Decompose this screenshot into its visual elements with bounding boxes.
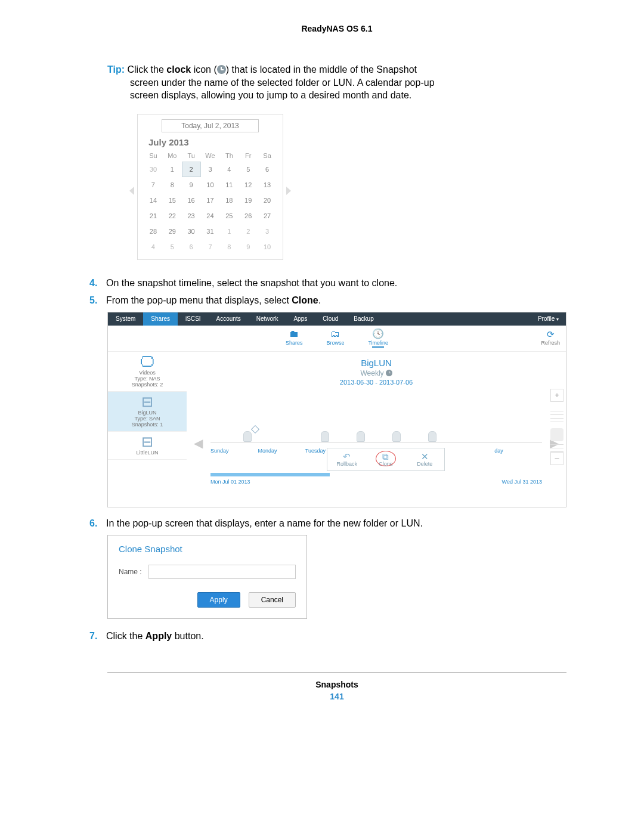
calendar-day[interactable]: 22 xyxy=(163,208,182,224)
clock-icon[interactable] xyxy=(386,370,392,376)
nav-tab-cloud[interactable]: Cloud xyxy=(315,312,346,326)
toolbar-refresh[interactable]: ⟳ Refresh xyxy=(541,329,560,346)
calendar-day[interactable]: 30 xyxy=(182,224,201,239)
calendar-day[interactable]: 8 xyxy=(219,239,239,255)
timeline-snapshot-marker[interactable] xyxy=(428,431,436,442)
nav-tab-shares[interactable]: Shares xyxy=(143,312,178,326)
drive-icon: ⊟ xyxy=(108,435,187,448)
calendar-day[interactable]: 9 xyxy=(239,239,258,255)
timeline-snapshot-marker[interactable] xyxy=(357,431,365,442)
calendar-day[interactable]: 21 xyxy=(144,208,163,224)
monitor-icon: 🖵 xyxy=(108,355,187,368)
calendar-prev-arrow[interactable] xyxy=(129,187,134,195)
timeline-progress-bar xyxy=(210,473,330,476)
apply-button[interactable]: Apply xyxy=(197,592,240,608)
calendar-day[interactable]: 28 xyxy=(144,224,163,239)
calendar-day[interactable]: 13 xyxy=(258,177,277,193)
sidebar: 🖵VideosType: NASSnapshots: 2⊟BigLUNType:… xyxy=(108,352,187,507)
calendar-day[interactable]: 3 xyxy=(201,162,220,177)
calendar-today-button[interactable]: Today, Jul 2, 2013 xyxy=(162,119,259,132)
sidebar-item-videos[interactable]: 🖵VideosType: NASSnapshots: 2 xyxy=(108,352,187,392)
calendar-day[interactable]: 10 xyxy=(201,177,220,193)
footer-page-number: 141 xyxy=(107,692,566,701)
toolbar-timeline[interactable]: 🕓 Timeline xyxy=(368,329,388,348)
calendar-day[interactable]: 10 xyxy=(258,239,277,255)
sidebar-item-littlelun[interactable]: ⊟LittleLUN xyxy=(108,432,187,460)
step-text: From the pop-up menu that displays, sele… xyxy=(106,294,566,307)
calendar-day[interactable]: 1 xyxy=(163,162,182,177)
calendar-day[interactable]: 15 xyxy=(163,193,182,208)
timeline-snapshot-marker[interactable] xyxy=(321,431,329,442)
snapshot-date-range: 2013-06-30 - 2013-07-06 xyxy=(210,379,542,386)
sidebar-item-name: LittleLUN xyxy=(108,450,187,456)
step-text: On the snapshot timeline, select the sna… xyxy=(106,277,566,290)
sidebar-item-biglun[interactable]: ⊟BigLUNType: SANSnapshots: 1 xyxy=(108,392,187,432)
calendar-day[interactable]: 29 xyxy=(163,224,182,239)
calendar-day[interactable]: 4 xyxy=(219,162,239,177)
calendar-day[interactable]: 14 xyxy=(144,193,163,208)
calendar-day[interactable]: 26 xyxy=(239,208,258,224)
calendar-day[interactable]: 7 xyxy=(201,239,220,255)
calendar-day[interactable]: 9 xyxy=(182,177,201,193)
calendar-day[interactable]: 23 xyxy=(182,208,201,224)
nav-tab-iscsi[interactable]: iSCSI xyxy=(178,312,209,326)
timeline-current-marker[interactable] xyxy=(251,425,259,433)
menu-delete[interactable]: ✕Delete xyxy=(405,452,444,467)
toolbar-browse[interactable]: 🗂 Browse xyxy=(326,329,344,348)
timeline[interactable]: ◀ ▶ SundayMondayTuesdayday ↶Rollback ⧉Cl… xyxy=(210,422,542,481)
shares-icon: 🖿 xyxy=(286,329,303,339)
calendar-next-arrow[interactable] xyxy=(286,187,291,195)
calendar-day[interactable]: 31 xyxy=(201,224,220,239)
rollback-icon: ↶ xyxy=(327,452,366,461)
calendar-day[interactable]: 16 xyxy=(182,193,201,208)
calendar-day[interactable]: 2 xyxy=(239,224,258,239)
calendar-day[interactable]: 24 xyxy=(201,208,220,224)
calendar-day[interactable]: 19 xyxy=(239,193,258,208)
calendar-day[interactable]: 8 xyxy=(163,177,182,193)
toolbar-shares[interactable]: 🖿 Shares xyxy=(286,329,303,348)
timeline-day-label: day xyxy=(494,448,541,454)
delete-icon: ✕ xyxy=(405,452,444,461)
zoom-in-button[interactable]: + xyxy=(550,389,564,402)
tip-label: Tip: xyxy=(107,64,125,75)
calendar-dow: Th xyxy=(219,150,239,162)
calendar-day[interactable]: 4 xyxy=(144,239,163,255)
calendar-day[interactable]: 5 xyxy=(239,162,258,177)
calendar-day[interactable]: 1 xyxy=(219,224,239,239)
calendar-day[interactable]: 6 xyxy=(258,162,277,177)
refresh-icon: ⟳ xyxy=(541,329,560,340)
nav-tab-backup[interactable]: Backup xyxy=(346,312,381,326)
calendar-month-year: July 2013 xyxy=(148,137,277,147)
calendar-day[interactable]: 11 xyxy=(219,177,239,193)
calendar-day[interactable]: 2 xyxy=(182,162,201,177)
snapshot-context-menu: ↶Rollback ⧉Clone ✕Delete xyxy=(327,448,445,471)
timeline-snapshot-marker[interactable] xyxy=(243,431,252,442)
calendar-day[interactable]: 3 xyxy=(258,224,277,239)
tip-text: ) that is located in the middle of the S… xyxy=(226,64,417,75)
calendar-day[interactable]: 30 xyxy=(144,162,163,177)
calendar-day[interactable]: 20 xyxy=(258,193,277,208)
calendar-day[interactable]: 12 xyxy=(239,177,258,193)
menu-clone[interactable]: ⧉Clone xyxy=(366,452,405,467)
calendar-day[interactable]: 27 xyxy=(258,208,277,224)
zoom-out-button[interactable]: – xyxy=(550,452,564,465)
menu-rollback[interactable]: ↶Rollback xyxy=(327,452,366,467)
calendar-day[interactable]: 18 xyxy=(219,193,239,208)
calendar-day[interactable]: 25 xyxy=(219,208,239,224)
timeline-prev-arrow[interactable]: ◀ xyxy=(194,436,203,450)
timeline-snapshot-marker[interactable] xyxy=(392,431,401,442)
nav-tab-accounts[interactable]: Accounts xyxy=(209,312,249,326)
nav-tab-network[interactable]: Network xyxy=(249,312,286,326)
scroll-thumb[interactable] xyxy=(550,428,564,441)
calendar-day[interactable]: 6 xyxy=(182,239,201,255)
cancel-button[interactable]: Cancel xyxy=(249,592,296,608)
nav-profile-menu[interactable]: Profile ▾ xyxy=(531,315,566,322)
nav-tab-system[interactable]: System xyxy=(108,312,143,326)
nav-tab-apps[interactable]: Apps xyxy=(286,312,315,326)
calendar-day[interactable]: 17 xyxy=(201,193,220,208)
calendar-day[interactable]: 5 xyxy=(163,239,182,255)
tip-bold-clock: clock xyxy=(166,64,191,75)
calendar-popup: Today, Jul 2, 2013 July 2013 SuMoTuWeThF… xyxy=(137,114,283,260)
name-input[interactable] xyxy=(148,565,296,579)
calendar-day[interactable]: 7 xyxy=(144,177,163,193)
